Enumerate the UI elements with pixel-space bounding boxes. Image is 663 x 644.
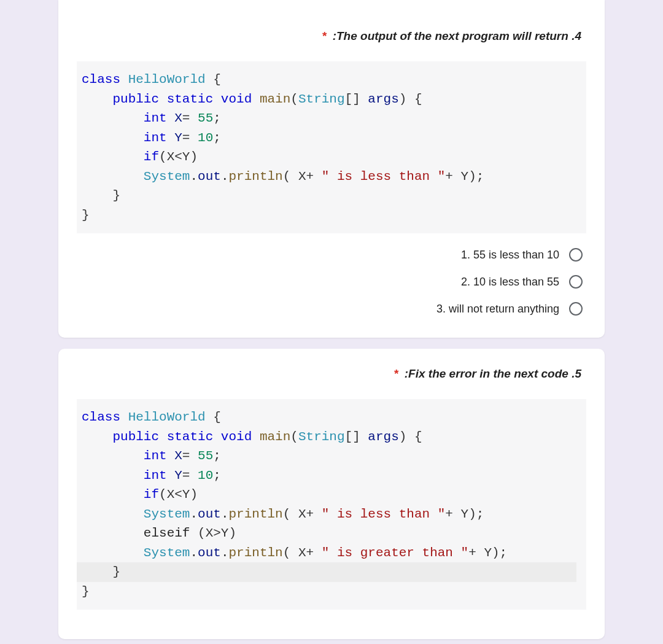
required-asterisk: * bbox=[322, 29, 327, 42]
fn-println: println bbox=[228, 546, 282, 560]
lit-10: 10 bbox=[198, 468, 213, 483]
t: ( X+ bbox=[283, 507, 322, 521]
cls-system: System bbox=[144, 546, 190, 560]
t: . bbox=[190, 507, 198, 521]
kw-int: int bbox=[144, 111, 167, 125]
option-3[interactable]: 3. will not return anything bbox=[436, 302, 583, 316]
question-5-prompt: :Fix the error in the next code .5 bbox=[405, 367, 581, 380]
brace-close: } bbox=[82, 584, 90, 599]
fn-println: println bbox=[228, 507, 282, 521]
radio-icon bbox=[569, 302, 583, 316]
radio-icon bbox=[569, 248, 583, 262]
t: . bbox=[221, 507, 229, 521]
lit-10: 10 bbox=[198, 131, 213, 145]
cond: (X<Y) bbox=[159, 487, 198, 502]
brace-close: } bbox=[112, 565, 120, 579]
kw-class: class bbox=[82, 72, 120, 87]
t: ; bbox=[213, 111, 221, 125]
field-out: out bbox=[198, 546, 221, 560]
t: ) { bbox=[399, 92, 422, 106]
kw-if: if bbox=[144, 150, 159, 164]
kw-public-static: public static bbox=[112, 92, 213, 106]
question-4-prompt: :The output of the next program will ret… bbox=[333, 29, 581, 42]
fn-main: main bbox=[260, 430, 290, 444]
cond: (X>Y) bbox=[190, 526, 236, 540]
question-5-title: * :Fix the error in the next code .5 bbox=[77, 367, 581, 381]
kw-public-static: public static bbox=[112, 430, 213, 444]
required-asterisk: * bbox=[394, 367, 398, 380]
t: ( bbox=[290, 92, 298, 106]
type-string: String bbox=[298, 92, 345, 106]
str-greater: " is greater than " bbox=[322, 546, 468, 560]
brace-close: } bbox=[112, 188, 120, 203]
kw-void: void bbox=[221, 430, 252, 444]
t: [] bbox=[345, 92, 368, 106]
kw-void: void bbox=[221, 92, 252, 106]
t: ; bbox=[213, 131, 221, 145]
t: ( bbox=[290, 430, 298, 444]
question-5-code-block: class HelloWorld { public static void ma… bbox=[77, 399, 586, 610]
t: . bbox=[221, 546, 229, 560]
brace-close: } bbox=[82, 208, 90, 222]
lit-55: 55 bbox=[198, 449, 213, 463]
t: = bbox=[182, 449, 198, 463]
var-x: X bbox=[167, 449, 182, 463]
brace-open: { bbox=[206, 72, 221, 87]
class-name: HelloWorld bbox=[128, 72, 206, 87]
t: = bbox=[182, 468, 198, 483]
type-string: String bbox=[298, 430, 345, 444]
t: + Y); bbox=[445, 169, 484, 184]
option-2-label: 2. 10 is less than 55 bbox=[461, 276, 559, 289]
question-4-code-block: class HelloWorld { public static void ma… bbox=[77, 61, 586, 233]
option-1-label: 1. 55 is less than 10 bbox=[461, 249, 559, 262]
arg-args: args bbox=[368, 92, 398, 106]
t: ; bbox=[213, 468, 221, 483]
option-2[interactable]: 2. 10 is less than 55 bbox=[461, 275, 583, 289]
t: ; bbox=[213, 449, 221, 463]
option-3-label: 3. will not return anything bbox=[436, 303, 559, 316]
question-4-title: * :The output of the next program will r… bbox=[77, 29, 581, 43]
kw-int: int bbox=[144, 131, 167, 145]
question-card-4: * :The output of the next program will r… bbox=[58, 0, 605, 338]
t: = bbox=[182, 111, 198, 125]
kw-int: int bbox=[144, 468, 167, 483]
class-name: HelloWorld bbox=[128, 410, 206, 424]
kw-int: int bbox=[144, 449, 167, 463]
t: [] bbox=[345, 430, 368, 444]
t: + Y); bbox=[468, 546, 507, 560]
field-out: out bbox=[198, 507, 221, 521]
kw-class: class bbox=[82, 410, 120, 424]
t: ( X+ bbox=[283, 546, 322, 560]
t: . bbox=[221, 169, 229, 184]
radio-icon bbox=[569, 275, 583, 289]
t: = bbox=[182, 131, 198, 145]
var-y: Y bbox=[167, 468, 182, 483]
fn-println: println bbox=[228, 169, 282, 184]
t: . bbox=[190, 546, 198, 560]
var-x: X bbox=[167, 111, 182, 125]
question-card-5: * :Fix the error in the next code .5 cla… bbox=[58, 349, 605, 639]
str-less: " is less than " bbox=[322, 169, 446, 184]
cond: (X<Y) bbox=[159, 150, 198, 164]
kw-if: if bbox=[144, 487, 159, 502]
cls-system: System bbox=[144, 507, 190, 521]
brace-open: { bbox=[206, 410, 221, 424]
var-y: Y bbox=[167, 131, 182, 145]
str-less: " is less than " bbox=[322, 507, 446, 521]
kw-elseif: elseif bbox=[144, 526, 190, 540]
field-out: out bbox=[198, 169, 221, 184]
highlighted-line: } bbox=[77, 562, 576, 582]
t: . bbox=[190, 169, 198, 184]
t: ) { bbox=[399, 430, 422, 444]
question-4-options: 1. 55 is less than 10 2. 10 is less than… bbox=[77, 244, 586, 319]
fn-main: main bbox=[260, 92, 290, 106]
t: ( X+ bbox=[283, 169, 322, 184]
cls-system: System bbox=[144, 169, 190, 184]
arg-args: args bbox=[368, 430, 398, 444]
t: + Y); bbox=[445, 507, 484, 521]
lit-55: 55 bbox=[198, 111, 213, 125]
option-1[interactable]: 1. 55 is less than 10 bbox=[461, 248, 583, 262]
